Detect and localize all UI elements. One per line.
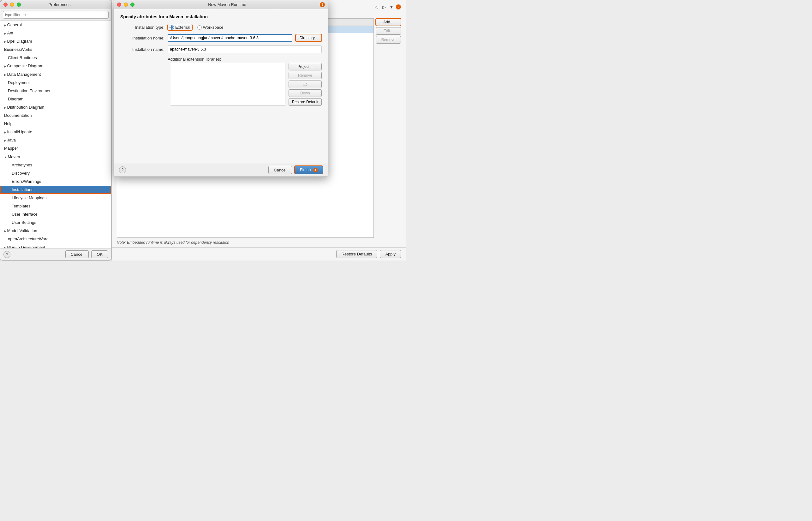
ext-layout: Project... Remove Up Down Restore Defaul… (120, 63, 322, 106)
installation-type-group: External Workspace (168, 24, 224, 30)
sidebar-item-lifecycle-mappings[interactable]: Lifecycle Mappings (0, 194, 111, 202)
radio-dot-workspace (197, 25, 202, 30)
sidebar-item-install-update[interactable]: Install/Update (0, 128, 111, 136)
sidebar-item-businessworks[interactable]: BusinessWorks (0, 45, 111, 54)
sidebar-item-java[interactable]: Java (0, 136, 111, 144)
badge-3: 3 (320, 2, 325, 7)
maven-runtime-window: New Maven Runtime 3 Specify attributes f… (114, 0, 328, 177)
ext-libraries-label: Additional extension libraries: (168, 57, 221, 62)
preferences-window: Preferences General Ant Bpel Diagram Bus… (0, 0, 112, 260)
close-button[interactable] (3, 2, 7, 7)
footer-buttons: Cancel OK (65, 250, 108, 258)
radio-external[interactable]: External (168, 24, 192, 30)
maven-help-button[interactable]: ? (119, 166, 126, 173)
badge-2: 2 (396, 4, 401, 9)
installation-name-label: Installation name: (120, 47, 164, 52)
maven-titlebar: New Maven Runtime 3 (114, 0, 328, 9)
preferences-footer: ? Cancel OK (0, 248, 111, 260)
maven-minimize-button[interactable] (124, 2, 128, 7)
installation-type-row: Installation type: External Workspace (120, 24, 322, 30)
maven-body: Specify attributes for a Maven installat… (114, 9, 328, 163)
maven-footer-buttons: Cancel Finish 4 (268, 166, 323, 174)
ext-up-button[interactable]: Up (288, 81, 322, 88)
sidebar-item-bpel[interactable]: Bpel Diagram (0, 37, 111, 45)
side-buttons: Add... Edit... Remove (374, 18, 401, 238)
installation-home-input[interactable] (168, 34, 292, 42)
sidebar-item-diagram[interactable]: Diagram (0, 95, 111, 103)
sidebar-item-user-interface[interactable]: User Interface (0, 210, 111, 219)
installation-home-label: Installation home: (120, 36, 164, 40)
search-area (0, 9, 111, 21)
sidebar-item-general[interactable]: General (0, 21, 111, 29)
radio-external-label: External (175, 25, 190, 30)
restore-defaults-button[interactable]: Restore Defaults (336, 250, 377, 258)
sidebar-item-archetypes[interactable]: Archetypes (0, 161, 111, 169)
maven-finish-button[interactable]: Finish 4 (295, 166, 323, 174)
edit-button[interactable]: Edit... (376, 27, 401, 35)
maven-footer: ? Cancel Finish 4 (114, 163, 328, 177)
remove-button[interactable]: Remove (376, 36, 401, 44)
sidebar-item-mapper[interactable]: Mapper (0, 144, 111, 153)
sidebar-item-openarchitectureware[interactable]: openArchitectureWare (0, 235, 111, 243)
sidebar-item-deployment[interactable]: Deployment (0, 78, 111, 87)
apply-button[interactable]: Apply (380, 250, 401, 258)
sidebar-item-model-validation[interactable]: Model Validation (0, 227, 111, 235)
radio-workspace[interactable]: Workspace (197, 25, 224, 30)
ext-remove-button[interactable]: Remove (288, 72, 322, 79)
help-button[interactable]: ? (3, 251, 10, 258)
back-icon[interactable]: ◁ (373, 4, 379, 10)
sidebar-item-ant[interactable]: Ant (0, 29, 111, 37)
installations-bottom-buttons: Restore Defaults Apply (112, 247, 406, 260)
installation-type-label: Installation type: (120, 25, 164, 30)
add-button[interactable]: Add... (376, 18, 401, 26)
installations-toolbar: ◁ ▷ ▼ 2 (373, 4, 401, 10)
project-button[interactable]: Project... (288, 63, 322, 70)
radio-dot-external (169, 25, 174, 30)
preferences-title: Preferences (11, 2, 108, 7)
maven-close-button[interactable] (117, 2, 121, 7)
preferences-tree: General Ant Bpel Diagram BusinessWorks C… (0, 21, 111, 248)
sidebar-item-errors-warnings[interactable]: Errors/Warnings (0, 178, 111, 186)
maven-maximize-button[interactable] (131, 2, 135, 7)
sidebar-item-distribution-diagram[interactable]: Distribution Diagram (0, 103, 111, 111)
ok-button[interactable]: OK (91, 250, 108, 258)
installations-note: Note: Embedded runtime is always used fo… (112, 238, 406, 247)
installation-name-row: Installation name: (120, 45, 322, 53)
sidebar-item-installations[interactable]: Installations (0, 186, 111, 194)
restore-default-button[interactable]: Restore Default (288, 98, 322, 106)
sidebar-item-documentation[interactable]: Documentation (0, 111, 111, 120)
sidebar-item-discovery[interactable]: Discovery (0, 169, 111, 178)
maven-window-title: New Maven Runtime (137, 2, 317, 7)
sidebar-item-templates[interactable]: Templates (0, 202, 111, 210)
cancel-button[interactable]: Cancel (65, 250, 89, 258)
directory-button[interactable]: Directory... (296, 34, 322, 42)
ext-down-button[interactable]: Down (288, 89, 322, 97)
ext-libraries-area (171, 63, 285, 106)
installation-name-input[interactable] (168, 45, 322, 53)
ext-side-buttons: Project... Remove Up Down Restore Defaul… (288, 63, 322, 106)
forward-icon[interactable]: ▷ (381, 4, 387, 10)
sidebar-item-composite-diagram[interactable]: Composite Diagram (0, 62, 111, 70)
sidebar-item-client-runtimes[interactable]: Client Runtimes (0, 54, 111, 62)
ext-libraries-section: Additional extension libraries: Project.… (120, 57, 322, 106)
radio-workspace-label: Workspace (203, 25, 224, 30)
badge-4: 4 (313, 168, 318, 173)
installation-home-row: Installation home: Directory... (120, 34, 322, 42)
sidebar-item-help[interactable]: Help (0, 120, 111, 128)
preferences-titlebar: Preferences (0, 0, 111, 9)
sidebar-item-data-management[interactable]: Data Management (0, 70, 111, 78)
sidebar-item-maven[interactable]: Maven (0, 153, 111, 161)
sidebar-item-plugin-dev[interactable]: Plug-in Development (0, 244, 111, 248)
sidebar-item-user-settings[interactable]: User Settings (0, 219, 111, 227)
maven-subtitle: Specify attributes for a Maven installat… (120, 14, 322, 19)
maven-cancel-button[interactable]: Cancel (268, 166, 292, 174)
sidebar-item-destination-environment[interactable]: Destination Environment (0, 87, 111, 95)
search-input[interactable] (3, 11, 109, 19)
toolbar-more-icon[interactable]: ▼ (388, 4, 395, 10)
